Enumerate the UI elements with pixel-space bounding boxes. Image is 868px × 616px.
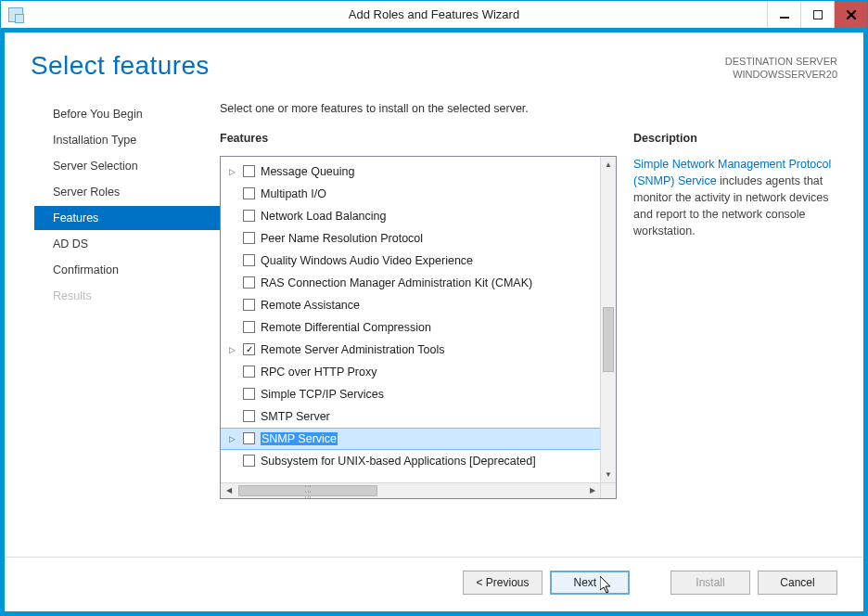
feature-checkbox[interactable]	[243, 276, 255, 289]
feature-row[interactable]: Remote Assistance	[221, 294, 600, 316]
wizard-footer: < Previous Next > Install Cancel	[5, 557, 863, 611]
next-button-label: Next >	[573, 576, 606, 589]
feature-row[interactable]: Quality Windows Audio Video Experience	[221, 250, 600, 272]
svg-rect-1	[813, 10, 823, 19]
feature-checkbox[interactable]	[243, 455, 255, 467]
feature-checkbox[interactable]	[243, 254, 255, 266]
feature-checkbox[interactable]	[243, 366, 255, 378]
vscroll-thumb[interactable]	[603, 307, 614, 372]
description-heading: Description	[633, 132, 837, 145]
feature-row[interactable]: Remote Differential Compression	[221, 316, 600, 339]
content-area: Select features DESTINATION SERVER WINDO…	[5, 32, 863, 611]
feature-checkbox[interactable]	[243, 388, 255, 400]
sidebar-item-features[interactable]: Features	[34, 206, 220, 230]
hscroll-thumb[interactable]	[238, 485, 377, 496]
feature-label: Simple TCP/IP Services	[261, 388, 384, 401]
footer-gap	[637, 571, 663, 595]
feature-checkbox[interactable]	[243, 165, 255, 177]
scroll-right-icon[interactable]: ▶	[584, 483, 600, 498]
feature-label: Remote Differential Compression	[261, 321, 431, 334]
feature-checkbox[interactable]	[243, 232, 255, 244]
feature-label: Multipath I/O	[261, 187, 326, 200]
features-items: ▷Message QueuingMultipath I/ONetwork Loa…	[221, 157, 600, 482]
expand-icon[interactable]: ▷	[226, 434, 237, 443]
features-column: Features ▷Message QueuingMultipath I/ONe…	[220, 132, 617, 549]
description-column: Description Simple Network Management Pr…	[633, 132, 837, 549]
body-columns: Before You Begin Installation Type Serve…	[5, 89, 863, 557]
feature-label: Subsystem for UNIX-based Applications [D…	[261, 455, 536, 468]
wizard-window: Add Roles and Features Wizard Select fea…	[0, 0, 868, 616]
sidebar-item-server-roles[interactable]: Server Roles	[34, 180, 220, 204]
maximize-button[interactable]	[800, 1, 834, 28]
minimize-icon	[780, 10, 789, 19]
feature-label: Peer Name Resolution Protocol	[261, 232, 423, 245]
feature-row[interactable]: ▷Remote Server Administration Tools	[221, 339, 600, 361]
feature-label: Remote Server Administration Tools	[261, 343, 444, 356]
feature-checkbox[interactable]	[243, 410, 255, 422]
feature-checkbox[interactable]	[243, 210, 255, 222]
destination-label: DESTINATION SERVER	[725, 55, 837, 68]
sidebar-item-server-selection[interactable]: Server Selection	[34, 154, 220, 178]
minimize-button[interactable]	[767, 1, 800, 28]
sidebar-item-installation-type[interactable]: Installation Type	[34, 128, 220, 152]
features-heading: Features	[220, 132, 617, 145]
feature-checkbox[interactable]	[243, 343, 255, 355]
feature-row[interactable]: Peer Name Resolution Protocol	[221, 227, 600, 250]
feature-checkbox[interactable]	[243, 187, 255, 199]
feature-label: SNMP Service	[261, 432, 338, 445]
intro-text: Select one or more features to install o…	[220, 102, 837, 115]
features-scroll-area: ▷Message QueuingMultipath I/ONetwork Loa…	[221, 157, 616, 482]
sidebar-item-results: Results	[34, 284, 220, 308]
description-text: Simple Network Management Protocol (SNMP…	[633, 156, 837, 240]
main-grid: Features ▷Message QueuingMultipath I/ONe…	[220, 132, 837, 549]
sidebar-item-confirmation[interactable]: Confirmation	[34, 258, 220, 282]
close-button[interactable]	[834, 1, 867, 28]
window-controls	[767, 1, 867, 28]
previous-button[interactable]: < Previous	[463, 571, 542, 595]
feature-label: RAS Connection Manager Administration Ki…	[261, 276, 532, 289]
next-button[interactable]: Next >	[550, 571, 630, 595]
svg-rect-0	[780, 17, 789, 19]
close-icon	[847, 10, 856, 19]
sidebar-item-ad-ds[interactable]: AD DS	[34, 232, 220, 256]
feature-row[interactable]: ▷Message Queuing	[221, 160, 600, 183]
feature-label: Network Load Balancing	[261, 210, 387, 223]
header-row: Select features DESTINATION SERVER WINDO…	[5, 32, 863, 89]
app-icon	[8, 7, 23, 22]
destination-server: WINDOWSSERVER20	[725, 68, 837, 81]
cancel-button[interactable]: Cancel	[758, 571, 837, 595]
scroll-up-icon[interactable]: ▲	[601, 157, 616, 173]
feature-row[interactable]: SMTP Server	[221, 405, 600, 428]
main-panel: Select one or more features to install o…	[220, 89, 837, 549]
scroll-left-icon[interactable]: ◀	[221, 483, 236, 498]
feature-row[interactable]: RAS Connection Manager Administration Ki…	[221, 272, 600, 294]
horizontal-scrollbar[interactable]: ◀ ▶	[221, 482, 616, 498]
scroll-down-icon[interactable]: ▼	[601, 467, 616, 482]
feature-label: RPC over HTTP Proxy	[261, 366, 377, 379]
page-title: Select features	[31, 51, 210, 81]
feature-row[interactable]: ▷SNMP Service	[221, 428, 600, 450]
expand-icon[interactable]: ▷	[226, 345, 237, 354]
feature-row[interactable]: Multipath I/O	[221, 183, 600, 205]
feature-row[interactable]: Network Load Balancing	[221, 205, 600, 227]
titlebar: Add Roles and Features Wizard	[1, 1, 867, 29]
hscroll-track[interactable]	[236, 483, 584, 498]
feature-row[interactable]: Subsystem for UNIX-based Applications [D…	[221, 450, 600, 472]
window-title: Add Roles and Features Wizard	[1, 7, 867, 21]
install-button: Install	[670, 571, 750, 595]
sidebar-item-before-you-begin[interactable]: Before You Begin	[34, 102, 220, 126]
maximize-icon	[813, 10, 823, 19]
feature-label: SMTP Server	[261, 410, 330, 423]
feature-row[interactable]: RPC over HTTP Proxy	[221, 361, 600, 383]
vertical-scrollbar[interactable]: ▲ ▼	[600, 157, 616, 482]
feature-checkbox[interactable]	[243, 321, 255, 333]
feature-label: Quality Windows Audio Video Experience	[261, 254, 473, 267]
destination-block: DESTINATION SERVER WINDOWSSERVER20	[725, 51, 837, 82]
feature-checkbox[interactable]	[243, 299, 255, 311]
feature-label: Message Queuing	[261, 165, 354, 178]
expand-icon[interactable]: ▷	[226, 167, 237, 176]
features-listbox: ▷Message QueuingMultipath I/ONetwork Loa…	[220, 156, 617, 499]
feature-row[interactable]: Simple TCP/IP Services	[221, 383, 600, 405]
vscroll-track[interactable]	[601, 173, 616, 467]
feature-checkbox[interactable]	[243, 432, 255, 444]
